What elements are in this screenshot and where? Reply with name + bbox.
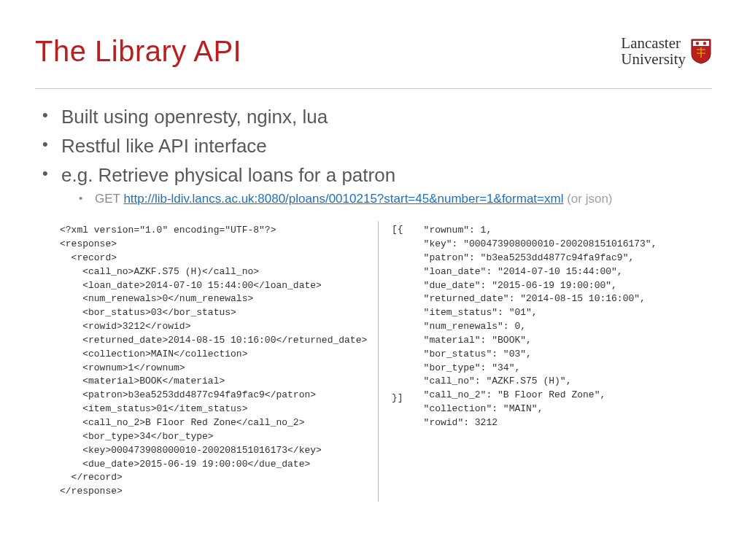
header: The Library API Lancaster University	[35, 35, 712, 68]
divider	[35, 88, 712, 89]
bullet-item: Restful like API interface	[39, 134, 712, 159]
payload-columns: <?xml version="1.0" encoding="UTF-8"?> <…	[35, 221, 712, 502]
json-column: [{ }] "rownum": 1, "key": "0004739080000…	[378, 221, 712, 502]
sub-bullet-list: GET http://lib-ldiv.lancs.ac.uk:8080/plo…	[61, 190, 712, 208]
logo-text: Lancaster University	[621, 35, 686, 67]
page-title: The Library API	[35, 35, 241, 68]
bullet-item: Built using openresty, nginx, lua	[39, 105, 712, 130]
svg-point-1	[696, 42, 699, 44]
slide: The Library API Lancaster University Bui…	[0, 0, 747, 560]
format-note: (or json)	[563, 192, 612, 206]
api-url-link[interactable]: http://lib-ldiv.lancs.ac.uk:8080/ploans/…	[123, 192, 563, 206]
svg-rect-0	[693, 41, 709, 46]
xml-column: <?xml version="1.0" encoding="UTF-8"?> <…	[35, 221, 378, 502]
sub-bullet-item: GET http://lib-ldiv.lancs.ac.uk:8080/plo…	[77, 190, 712, 208]
bullet-list: Built using openresty, nginx, lua Restfu…	[35, 105, 712, 208]
svg-point-2	[703, 42, 706, 44]
shield-icon	[690, 38, 712, 64]
university-logo: Lancaster University	[621, 35, 712, 67]
bullet-item: e.g. Retrieve physical loans for a patro…	[39, 163, 712, 209]
http-method: GET	[95, 192, 123, 206]
json-payload: "rownum": 1, "key": "000473908000010-200…	[424, 224, 657, 430]
xml-payload: <?xml version="1.0" encoding="UTF-8"?> <…	[60, 224, 374, 499]
json-brackets: [{ }]	[392, 224, 403, 403]
